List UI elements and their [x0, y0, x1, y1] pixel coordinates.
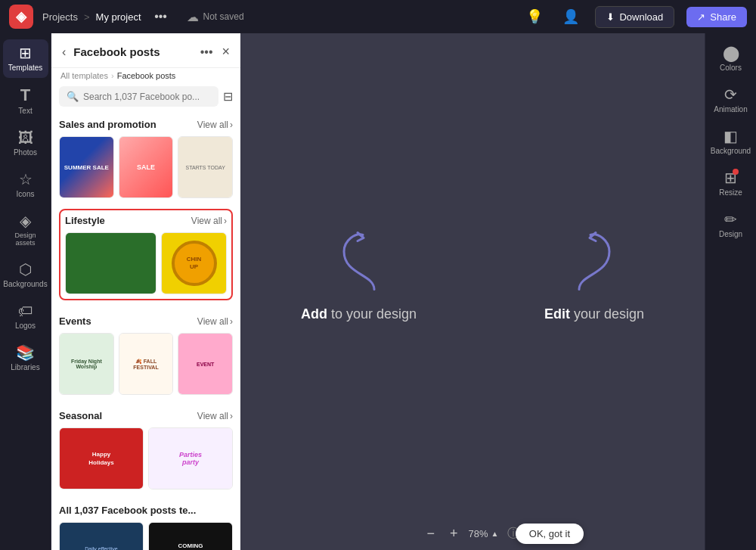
sidebar-item-libraries-label: Libraries — [11, 363, 39, 371]
canvas-area: Add to your design Edit your design — [240, 33, 705, 550]
section-all: All 1,037 Facebook posts te... Daily eff… — [59, 500, 233, 550]
template-thumb-lifestyle-1[interactable] — [65, 232, 156, 294]
template-thumb-events-3[interactable]: EVENT — [178, 333, 233, 395]
canvas-wrapper: › Add to your design — [240, 33, 705, 550]
template-thumb-events-1[interactable]: Friday NightWorship — [59, 333, 114, 395]
sidebar-item-backgrounds[interactable]: ⬡ Backgrounds — [3, 256, 48, 294]
canvas-hint-right: Edit your design — [544, 228, 644, 322]
cloud-status: ☁ Not saved — [187, 10, 244, 24]
canvas-hint-left: Add to your design — [301, 228, 417, 322]
sidebar-item-logos[interactable]: 🏷 Logos — [3, 297, 48, 336]
libraries-icon: 📚 — [16, 345, 35, 360]
template-thumb-sales-2[interactable]: SALE — [119, 136, 174, 198]
section-seasonal-title: Seasonal — [59, 410, 102, 421]
resize-badge — [733, 169, 739, 175]
section-seasonal-view-all[interactable]: View all › — [197, 411, 233, 421]
search-input[interactable] — [83, 92, 211, 102]
canvas-main: Add to your design Edit your design — [240, 33, 705, 517]
sidebar-item-logos-label: Logos — [15, 322, 36, 330]
canvas-bottom-bar: − + 78% ▲ ⓘ OK, got it — [240, 517, 705, 550]
zoom-in-button[interactable]: + — [445, 523, 463, 545]
nav-projects[interactable]: Projects — [42, 11, 78, 23]
section-lifestyle: Lifestyle View all › — [59, 209, 233, 300]
panel-back-button[interactable]: ‹ — [60, 44, 67, 61]
section-events-view-all[interactable]: View all › — [197, 316, 233, 327]
right-sidebar-item-animation[interactable]: ⟳ Animation — [708, 81, 754, 120]
sidebar-item-design-assets-label: Design assets — [6, 231, 45, 247]
sidebar-item-design-assets[interactable]: ◈ Design assets — [3, 207, 48, 253]
sidebar-item-photos[interactable]: 🖼 Photos — [3, 124, 48, 163]
right-sidebar-item-resize[interactable]: ⊞ Resize — [708, 164, 754, 203]
share-button[interactable]: ↗ Share — [686, 7, 747, 27]
section-sales-title: Sales and promotion — [59, 119, 156, 130]
cloud-status-text: Not saved — [203, 11, 244, 22]
section-seasonal: Seasonal View all › HappyHolidays Pa — [59, 406, 233, 489]
animation-icon: ⟳ — [724, 87, 737, 102]
section-lifestyle-header: Lifestyle View all › — [65, 215, 227, 226]
zoom-value: 78% ▲ — [469, 528, 499, 539]
backgrounds-icon: ⬡ — [19, 262, 32, 277]
right-sidebar-item-background[interactable]: ◧ Background — [708, 123, 754, 161]
colors-icon: ⬤ — [723, 45, 739, 61]
account-icon-button[interactable]: 👤 — [559, 5, 583, 29]
topbar-more-button[interactable]: ••• — [150, 6, 172, 27]
main-layout: ⊞ Templates T Text 🖼 Photos ☆ Icons ◈ De… — [0, 33, 756, 550]
sidebar-item-text-label: Text — [18, 107, 32, 115]
template-thumb-sales-1[interactable]: SUMMER SALE — [59, 136, 114, 198]
right-sidebar-animation-label: Animation — [714, 105, 747, 113]
nav-current: My project — [96, 11, 141, 23]
template-thumb-all-1[interactable]: Daily effectiveroutine — [59, 522, 144, 550]
template-thumb-all-2[interactable]: COMINGSOON 🎭 🎪 — [148, 522, 233, 550]
search-icon: 🔍 — [67, 91, 79, 102]
section-sales-view-all[interactable]: View all › — [197, 120, 233, 130]
left-sidebar: ⊞ Templates T Text 🖼 Photos ☆ Icons ◈ De… — [0, 33, 51, 550]
panel-more-button[interactable]: ••• — [199, 44, 215, 61]
template-thumb-sales-3[interactable]: STARTS TODAY — [178, 136, 233, 198]
template-thumb-lifestyle-2[interactable]: CHINUP — [161, 232, 227, 294]
zoom-out-button[interactable]: − — [423, 523, 440, 545]
ok-got-it-button[interactable]: OK, got it — [516, 524, 584, 544]
lightbulb-icon-button[interactable]: 💡 — [522, 5, 547, 29]
right-sidebar-resize-label: Resize — [719, 188, 742, 197]
panel-breadcrumb: All templates › Facebook posts — [51, 68, 240, 86]
chevron-right-icon-lifestyle: › — [224, 216, 227, 226]
panel-header: ‹ Facebook posts ••• × — [51, 33, 240, 68]
download-button[interactable]: ⬇ Download — [595, 6, 674, 28]
resize-icon: ⊞ — [724, 170, 737, 185]
templates-icon: ⊞ — [19, 45, 32, 61]
design-assets-icon: ◈ — [20, 213, 31, 228]
panel-close-button[interactable]: × — [220, 42, 231, 61]
share-label: Share — [710, 11, 736, 23]
sidebar-item-icons[interactable]: ☆ Icons — [3, 166, 48, 204]
section-sales-header: Sales and promotion View all › — [59, 114, 233, 130]
template-thumb-seasonal-1[interactable]: HappyHolidays — [59, 427, 144, 489]
right-sidebar-item-design[interactable]: ✏ Design — [708, 206, 754, 244]
events-template-grid: Friday NightWorship 🍂 FALLFESTIVAL EVENT — [59, 333, 233, 395]
breadcrumb-all-templates[interactable]: All templates — [60, 71, 108, 80]
download-icon: ⬇ — [606, 11, 615, 23]
template-thumb-seasonal-2[interactable]: Partiesparty — [148, 427, 233, 489]
photos-icon: 🖼 — [18, 130, 33, 145]
right-sidebar-colors-label: Colors — [720, 64, 742, 72]
right-sidebar-item-colors[interactable]: ⬤ Colors — [708, 39, 754, 78]
filter-button[interactable]: ⊟ — [223, 89, 233, 104]
canvas-hint-right-text: Edit your design — [544, 306, 644, 322]
zoom-chevron-icon: ▲ — [491, 530, 499, 538]
sidebar-item-templates[interactable]: ⊞ Templates — [3, 39, 48, 78]
sidebar-item-libraries[interactable]: 📚 Libraries — [3, 339, 48, 378]
arrow-left-icon — [301, 228, 417, 300]
breadcrumb-sep: › — [111, 71, 114, 80]
section-lifestyle-view-all[interactable]: View all › — [191, 216, 227, 226]
template-thumb-events-2[interactable]: 🍂 FALLFESTIVAL — [119, 333, 174, 395]
sidebar-item-text[interactable]: T Text — [3, 81, 48, 121]
section-events-title: Events — [59, 315, 91, 327]
right-sidebar-design-label: Design — [719, 230, 742, 238]
share-icon: ↗ — [697, 11, 705, 23]
design-icon: ✏ — [724, 212, 737, 227]
icons-icon: ☆ — [19, 172, 33, 187]
topbar: ◈ Projects > My project ••• ☁ Not saved … — [0, 0, 756, 33]
cloud-icon: ☁ — [187, 10, 199, 24]
app-logo: ◈ — [9, 5, 33, 29]
section-events-header: Events View all › — [59, 311, 233, 327]
section-all-header: All 1,037 Facebook posts te... — [59, 500, 233, 516]
